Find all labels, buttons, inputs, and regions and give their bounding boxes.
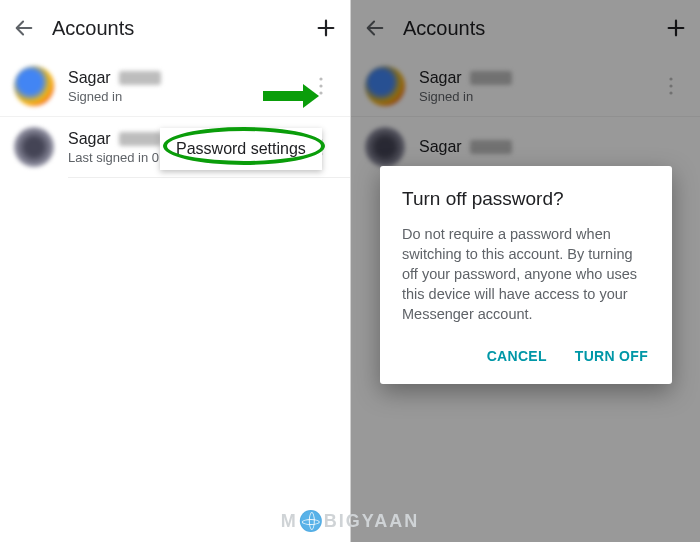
add-account-icon[interactable] [314, 16, 338, 40]
account-name: Sagar [68, 69, 111, 87]
turn-off-button[interactable]: TURN OFF [573, 342, 650, 370]
cancel-button[interactable]: CANCEL [485, 342, 549, 370]
watermark: M BIGYAAN [281, 510, 419, 532]
svg-point-1 [319, 84, 322, 87]
dialog-body: Do not require a password when switching… [402, 224, 650, 324]
password-settings-menu-item[interactable]: Password settings [160, 128, 322, 170]
redacted-surname [119, 71, 161, 85]
dialog-actions: CANCEL TURN OFF [402, 342, 650, 370]
avatar [14, 66, 54, 106]
svg-point-0 [319, 77, 322, 80]
globe-icon [300, 510, 322, 532]
menu-item-label: Password settings [176, 140, 306, 157]
watermark-text: M [281, 511, 298, 532]
page-title: Accounts [52, 17, 298, 40]
svg-point-2 [319, 91, 322, 94]
annotation-arrow [263, 84, 319, 108]
watermark-text: BIGYAAN [324, 511, 419, 532]
turn-off-password-dialog: Turn off password? Do not require a pass… [380, 166, 672, 384]
avatar [14, 127, 54, 167]
accounts-screen-left: Accounts Sagar Signed in [0, 0, 350, 542]
toolbar: Accounts [0, 0, 350, 56]
divider [68, 177, 350, 178]
dialog-title: Turn off password? [402, 188, 650, 210]
back-icon[interactable] [12, 16, 36, 40]
overflow-menu-icon[interactable] [318, 76, 336, 96]
redacted-surname [119, 132, 161, 146]
account-name: Sagar [68, 130, 111, 148]
